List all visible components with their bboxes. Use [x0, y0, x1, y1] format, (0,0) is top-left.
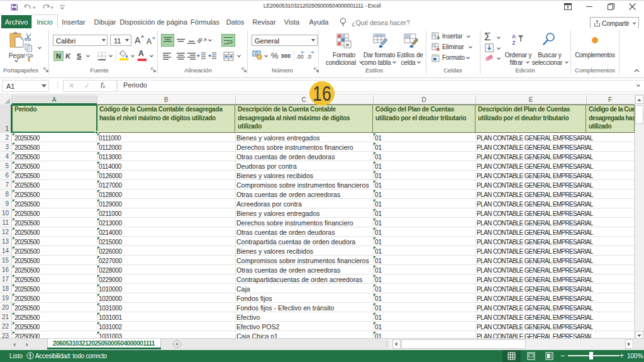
- svg-text:ab: ab: [197, 36, 204, 45]
- svg-text:A: A: [147, 37, 152, 45]
- svg-text:Z: Z: [512, 40, 516, 46]
- svg-text:A: A: [135, 35, 141, 45]
- svg-text:.00: .00: [296, 54, 304, 60]
- svg-text:A: A: [512, 33, 516, 40]
- svg-text:≠: ≠: [346, 42, 349, 48]
- svg-text:.0: .0: [307, 54, 311, 60]
